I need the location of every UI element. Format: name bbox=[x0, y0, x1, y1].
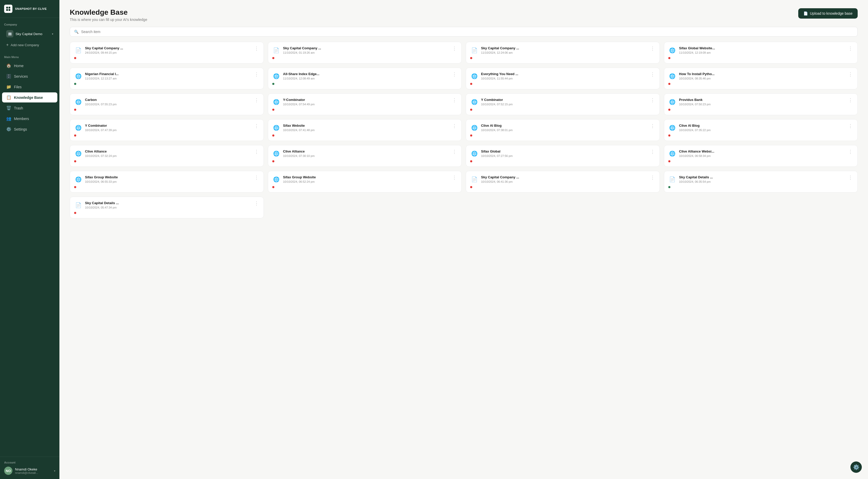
table-row[interactable]: 🌐 Clive AI Blog 10/10/2024, 07:35:22 pm … bbox=[664, 119, 858, 141]
file-type-icon: 🌐 bbox=[470, 72, 478, 80]
more-options-button[interactable]: ⋮ bbox=[650, 175, 655, 180]
settings-fab-button[interactable]: ⚙️ bbox=[850, 461, 862, 473]
card-info: Clive Alliance 10/10/2024, 07:32:24 pm bbox=[85, 149, 117, 158]
card-date: 11/10/2024, 12:08:49 am bbox=[283, 77, 319, 80]
sidebar-item-home[interactable]: 🏠 Home bbox=[2, 61, 57, 71]
table-row[interactable]: 🌐 Sifax Website 10/10/2024, 07:41:48 pm … bbox=[268, 119, 462, 141]
sidebar-item-label: Trash bbox=[14, 106, 23, 110]
sidebar-item-settings[interactable]: ⚙️ Settings bbox=[2, 124, 57, 134]
status-dot bbox=[668, 109, 671, 111]
pdf-icon: 📄 bbox=[75, 202, 82, 208]
sidebar-item-members[interactable]: 👥 Members bbox=[2, 113, 57, 124]
table-row[interactable]: 🌐 Sifax Global Website... 11/10/2024, 12… bbox=[664, 42, 858, 64]
more-options-button[interactable]: ⋮ bbox=[650, 98, 655, 102]
company-selector[interactable]: 🏢 Sky Capital Demo ▾ bbox=[2, 28, 57, 39]
more-options-button[interactable]: ⋮ bbox=[452, 124, 457, 128]
home-icon: 🏠 bbox=[6, 63, 11, 68]
search-input[interactable] bbox=[81, 30, 853, 34]
table-row[interactable]: 🌐 All-Share Index Edge... 11/10/2024, 12… bbox=[268, 68, 462, 89]
status-dot bbox=[74, 109, 76, 111]
table-row[interactable]: 🌐 Sifax Global 10/10/2024, 07:27:56 pm ⋮ bbox=[466, 145, 660, 167]
table-row[interactable]: 📄 Sky Capital Company ... 10/10/2024, 06… bbox=[466, 171, 660, 193]
file-type-icon: 🌐 bbox=[668, 46, 677, 55]
table-row[interactable]: 🌐 Clive Alliance 10/10/2024, 07:32:24 pm… bbox=[70, 145, 264, 167]
table-row[interactable]: 🌐 Nigerian Financial I... 11/10/2024, 12… bbox=[70, 68, 264, 89]
file-type-icon: 🌐 bbox=[74, 124, 83, 132]
table-row[interactable]: 🌐 Sifax Group Website 10/10/2024, 06:52:… bbox=[268, 171, 462, 193]
sidebar-item-files[interactable]: 📁 Files bbox=[2, 82, 57, 92]
more-options-button[interactable]: ⋮ bbox=[650, 124, 655, 128]
pdf-icon: 📄 bbox=[669, 176, 676, 182]
more-options-button[interactable]: ⋮ bbox=[254, 124, 259, 128]
more-options-button[interactable]: ⋮ bbox=[254, 46, 259, 51]
table-row[interactable]: 🌐 Providus Bank 10/10/2024, 07:50:23 pm … bbox=[664, 94, 858, 115]
table-row[interactable]: 📄 Sky Capital Company ... 11/10/2024, 12… bbox=[466, 42, 660, 64]
sidebar-item-knowledge-base[interactable]: 📋 Knowledge Base bbox=[2, 92, 57, 102]
web-icon: 🌐 bbox=[669, 125, 676, 131]
table-row[interactable]: 🌐 Carbon 10/10/2024, 07:55:23 pm ⋮ bbox=[70, 94, 264, 115]
card-title: All-Share Index Edge... bbox=[283, 72, 319, 76]
table-row[interactable]: 🌐 How To Install Pytho... 10/10/2024, 08… bbox=[664, 68, 858, 89]
pdf-icon: 📄 bbox=[471, 176, 478, 182]
more-options-button[interactable]: ⋮ bbox=[254, 72, 259, 77]
table-row[interactable]: 📄 Sky Capital Details ... 10/10/2024, 05… bbox=[70, 197, 264, 218]
more-options-button[interactable]: ⋮ bbox=[847, 149, 853, 154]
more-options-button[interactable]: ⋮ bbox=[452, 72, 457, 77]
status-dot bbox=[74, 57, 76, 59]
file-type-icon: 🌐 bbox=[668, 72, 677, 80]
page-heading: Knowledge Base This is where you can fil… bbox=[70, 8, 147, 22]
user-profile[interactable]: NO Nnamdi Okeke nnamdi@cliveall... ▾ bbox=[4, 467, 55, 475]
table-row[interactable]: 🌐 Clive Alliance 10/10/2024, 07:30:10 pm… bbox=[268, 145, 462, 167]
table-row[interactable]: 🌐 Y Combinator 10/10/2024, 07:52:15 pm ⋮ bbox=[466, 94, 660, 115]
file-type-icon: 🌐 bbox=[470, 149, 478, 158]
web-icon: 🌐 bbox=[75, 73, 82, 79]
table-row[interactable]: 🌐 Everything You Need ... 10/10/2024, 11… bbox=[466, 68, 660, 89]
card-title: Providus Bank bbox=[679, 98, 711, 102]
sidebar-item-trash[interactable]: 🗑️ Trash bbox=[2, 103, 57, 113]
sidebar-item-label: Knowledge Base bbox=[14, 96, 43, 100]
card-date: 24/10/2024, 09:44:15 pm bbox=[85, 51, 123, 54]
add-company-label: Add new Company bbox=[10, 43, 39, 47]
status-dot bbox=[272, 57, 274, 59]
card-date: 10/10/2024, 07:35:22 pm bbox=[679, 129, 711, 132]
more-options-button[interactable]: ⋮ bbox=[650, 149, 655, 154]
more-options-button[interactable]: ⋮ bbox=[650, 72, 655, 77]
card-info: Y Combinator 10/10/2024, 07:52:15 pm bbox=[481, 98, 513, 106]
more-options-button[interactable]: ⋮ bbox=[254, 149, 259, 154]
web-icon: 🌐 bbox=[471, 150, 478, 157]
upload-button[interactable]: 📄 Upload to knowledge base bbox=[798, 8, 858, 19]
card-info: Clive Alliance 10/10/2024, 07:30:10 pm bbox=[283, 149, 315, 158]
table-row[interactable]: 🌐 Clive Alliance Websi... 10/10/2024, 06… bbox=[664, 145, 858, 167]
table-row[interactable]: 📄 Sky Capital Company ... 24/10/2024, 09… bbox=[70, 42, 264, 64]
card-info: Everything You Need ... 10/10/2024, 11:5… bbox=[481, 72, 518, 80]
table-row[interactable]: 📄 Sky Capital Company ... 11/10/2024, 01… bbox=[268, 42, 462, 64]
table-row[interactable]: 🌐 Y-Combinator 10/10/2024, 07:54:49 pm ⋮ bbox=[268, 94, 462, 115]
more-options-button[interactable]: ⋮ bbox=[254, 201, 259, 206]
file-type-icon: 🌐 bbox=[272, 124, 281, 132]
main-content: Knowledge Base This is where you can fil… bbox=[59, 0, 868, 479]
more-options-button[interactable]: ⋮ bbox=[254, 98, 259, 102]
table-row[interactable]: 📄 Sky Capital Details ... 10/10/2024, 06… bbox=[664, 171, 858, 193]
table-row[interactable]: 🌐 Y Combinator 10/10/2024, 07:47:39 pm ⋮ bbox=[70, 119, 264, 141]
more-options-button[interactable]: ⋮ bbox=[847, 72, 853, 77]
more-options-button[interactable]: ⋮ bbox=[254, 175, 259, 180]
more-options-button[interactable]: ⋮ bbox=[847, 124, 853, 128]
more-options-button[interactable]: ⋮ bbox=[650, 46, 655, 51]
upload-icon: 📄 bbox=[803, 11, 808, 15]
card-date: 10/10/2024, 06:52:24 pm bbox=[283, 180, 316, 183]
sidebar-item-services[interactable]: 🗄️ Services bbox=[2, 71, 57, 81]
more-options-button[interactable]: ⋮ bbox=[452, 175, 457, 180]
status-dot bbox=[272, 134, 274, 137]
more-options-button[interactable]: ⋮ bbox=[452, 149, 457, 154]
add-company-button[interactable]: + Add new Company bbox=[2, 40, 57, 49]
more-options-button[interactable]: ⋮ bbox=[847, 98, 853, 102]
more-options-button[interactable]: ⋮ bbox=[452, 46, 457, 51]
table-row[interactable]: 🌐 Sifax Group Website 10/10/2024, 06:55:… bbox=[70, 171, 264, 193]
status-dot bbox=[74, 83, 76, 85]
table-row[interactable]: 🌐 Clive AI Blog 10/10/2024, 07:38:01 pm … bbox=[466, 119, 660, 141]
more-options-button[interactable]: ⋮ bbox=[847, 175, 853, 180]
card-date: 10/10/2024, 05:47:34 pm bbox=[85, 206, 119, 209]
more-options-button[interactable]: ⋮ bbox=[847, 46, 853, 51]
card-title: Sky Capital Details ... bbox=[679, 175, 713, 180]
more-options-button[interactable]: ⋮ bbox=[452, 98, 457, 102]
